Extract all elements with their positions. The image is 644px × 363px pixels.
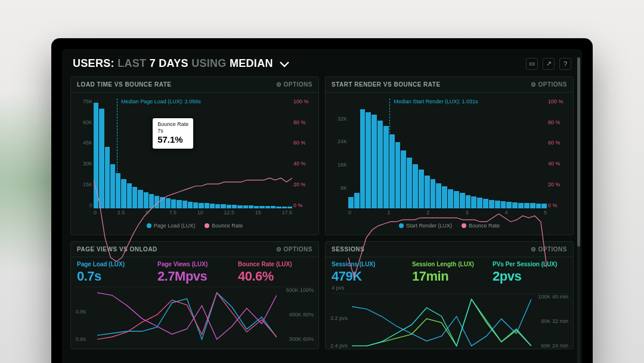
chart-pageviews-onload[interactable]: 0.8s0.6s 500K 100%400K 80%300K 60% xyxy=(76,287,314,342)
y-axis-right: 100 %80 %60 %40 %20 %0 % xyxy=(548,99,568,208)
y-axis-left: 32K24K16K8K xyxy=(330,99,347,208)
panel-title: LOAD TIME VS BOUNCE RATE xyxy=(77,81,171,88)
y-axis-right: 500K 100%400K 80%300K 60% xyxy=(278,287,314,342)
median-line: Median Page Load (LUX): 2.056s xyxy=(117,99,117,208)
panel-load-vs-bounce: LOAD TIME VS BOUNCE RATE OPTIONS 75K60K4… xyxy=(70,76,319,235)
chart-load-vs-bounce[interactable]: 75K60K45K30K15K0 100 %80 %60 %40 %20 %0 … xyxy=(76,96,314,222)
share-icon[interactable]: ↗ xyxy=(543,58,555,70)
chart-tooltip: Bounce Rate 7s 57.1% xyxy=(153,118,193,149)
scrollbar[interactable] xyxy=(577,57,580,363)
help-icon[interactable]: ? xyxy=(559,58,571,70)
chevron-down-icon[interactable] xyxy=(280,58,289,70)
options-button[interactable]: OPTIONS xyxy=(531,81,567,88)
page-title[interactable]: USERS: LAST 7 DAYS USING MEDIAN xyxy=(73,57,289,70)
x-axis: 012345 xyxy=(348,210,547,218)
spark-lines xyxy=(97,287,277,342)
title-using: USING xyxy=(191,57,227,69)
tooltip-value: 57.1% xyxy=(157,134,188,146)
title-range-b: 7 DAYS xyxy=(150,57,188,69)
y-axis-right: 100K 40 min80K 32 min60K 24 min xyxy=(532,294,568,349)
median-label: Median Start Render (LUX): 1.031s xyxy=(394,99,478,104)
spark-lines xyxy=(352,294,531,349)
monitor-icon[interactable]: ▭ xyxy=(526,58,538,70)
y-axis-left: 75K60K45K30K15K0 xyxy=(76,99,92,208)
median-label: Median Page Load (LUX): 2.056s xyxy=(121,99,201,104)
chart-startrender-vs-bounce[interactable]: 32K24K16K8K 100 %80 %60 %40 %20 %0 % Med… xyxy=(330,96,568,222)
line-series xyxy=(348,99,547,297)
x-axis: 02.557.51012.51517.5 xyxy=(94,210,292,218)
tooltip-label: Bounce Rate xyxy=(157,121,188,128)
y-axis-right: 100 %80 %60 %40 %20 %0 % xyxy=(293,99,314,208)
title-metric: MEDIAN xyxy=(230,57,273,69)
title-range-a: LAST xyxy=(117,57,146,69)
panel-title: START RENDER VS BOUNCE RATE xyxy=(332,81,441,88)
panel-startrender-vs-bounce: START RENDER VS BOUNCE RATE OPTIONS 32K2… xyxy=(325,76,574,235)
y-axis-left: 0.8s0.6s xyxy=(76,287,96,342)
y-axis-left: 3.2 pvs2.4 pvs xyxy=(330,294,351,349)
dashboard-screen: USERS: LAST 7 DAYS USING MEDIAN ▭ ↗ ? LO… xyxy=(62,49,582,363)
title-prefix: USERS: xyxy=(73,57,114,69)
chart-sessions[interactable]: 3.2 pvs2.4 pvs 100K 40 min80K 32 min60K … xyxy=(330,293,568,349)
tooltip-x: 7s xyxy=(157,128,188,134)
median-line: Median Start Render (LUX): 1.031s xyxy=(389,99,390,208)
options-button[interactable]: OPTIONS xyxy=(276,81,312,88)
